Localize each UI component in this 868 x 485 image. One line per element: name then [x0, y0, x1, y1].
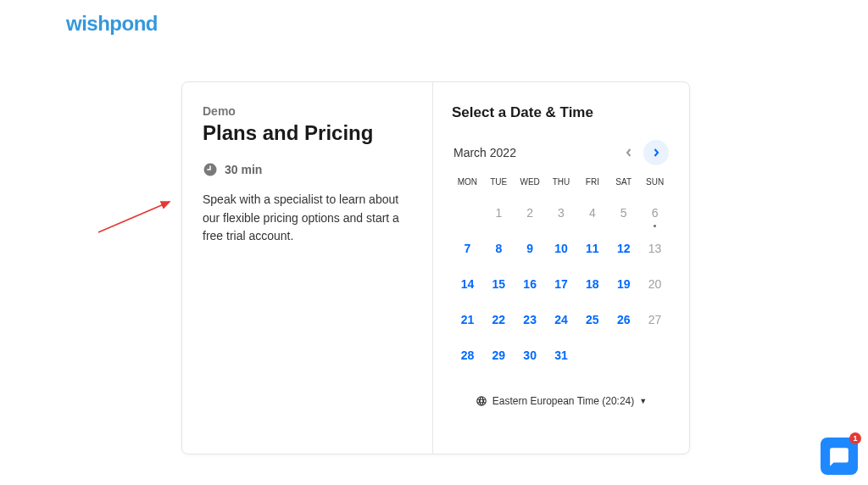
timezone-selector[interactable]: Eastern European Time (20:24) ▼ [452, 395, 670, 407]
calendar-day-unavailable: 1 [483, 197, 515, 229]
duration-row: 30 min [203, 162, 412, 177]
calendar-day-available[interactable]: 29 [483, 339, 515, 371]
calendar-day-available[interactable]: 17 [546, 268, 577, 300]
dow-header: MON [452, 177, 483, 193]
calendar-day-available[interactable]: 23 [515, 304, 546, 336]
calendar-day-available[interactable]: 10 [546, 232, 577, 265]
dow-header: TUE [483, 177, 515, 193]
calendar-day-unavailable: 13 [639, 232, 670, 265]
calendar-day-available[interactable]: 7 [452, 232, 483, 265]
dow-header: FRI [576, 177, 608, 193]
eyebrow-label: Demo [203, 104, 412, 118]
calendar-day-unavailable: 20 [639, 268, 670, 300]
calendar-day-available[interactable]: 18 [576, 268, 608, 300]
next-month-button[interactable] [643, 140, 669, 165]
brand-logo[interactable]: wishpond [66, 12, 158, 36]
calendar-day-available[interactable]: 11 [576, 232, 608, 265]
calendar-day-blank [639, 339, 670, 371]
dow-header: SAT [608, 177, 639, 193]
calendar-day-available[interactable]: 30 [515, 339, 546, 371]
dow-header: WED [515, 177, 546, 193]
calendar-day-blank [608, 339, 639, 371]
chevron-right-icon [652, 148, 660, 157]
calendar-day-available[interactable]: 8 [483, 232, 515, 265]
annotation-arrow [95, 197, 175, 236]
calendar-day-available[interactable]: 15 [483, 268, 515, 300]
calendar-day-available[interactable]: 12 [608, 232, 639, 265]
calendar-day-blank [452, 197, 483, 229]
page-title: Plans and Pricing [203, 121, 412, 145]
calendar-day-available[interactable]: 26 [608, 304, 639, 336]
calendar-day-unavailable: 6 [639, 197, 670, 229]
chevron-left-icon [625, 148, 633, 157]
calendar-day-available[interactable]: 31 [546, 339, 577, 371]
info-panel: Demo Plans and Pricing 30 min Speak with… [182, 82, 433, 454]
calendar-day-available[interactable]: 24 [546, 304, 577, 336]
scheduler-heading: Select a Date & Time [452, 104, 670, 121]
scheduler-panel: Select a Date & Time March 2022 MONTUEWE… [433, 82, 689, 454]
calendar-day-available[interactable]: 19 [608, 268, 639, 300]
description-text: Speak with a specialist to learn about o… [203, 191, 412, 246]
dow-header: THU [546, 177, 577, 193]
calendar-day-available[interactable]: 16 [515, 268, 546, 300]
calendar-day-unavailable: 2 [515, 197, 546, 229]
booking-card: Demo Plans and Pricing 30 min Speak with… [181, 81, 690, 454]
svg-line-0 [98, 202, 170, 232]
calendar-day-unavailable: 5 [608, 197, 639, 229]
calendar-day-available[interactable]: 25 [576, 304, 608, 336]
chat-icon [828, 446, 850, 468]
calendar-day-available[interactable]: 14 [452, 268, 483, 300]
calendar-grid: MONTUEWEDTHUFRISATSUN1234567891011121314… [452, 177, 670, 371]
timezone-text: Eastern European Time (20:24) [492, 395, 634, 407]
globe-icon [476, 395, 487, 407]
month-nav: March 2022 [452, 140, 670, 165]
calendar-day-unavailable: 27 [639, 304, 670, 336]
calendar-day-blank [576, 339, 608, 371]
calendar-day-unavailable: 3 [546, 197, 577, 229]
clock-icon [203, 162, 218, 177]
duration-text: 30 min [225, 163, 262, 176]
prev-month-button[interactable] [616, 140, 642, 165]
month-label: March 2022 [453, 146, 516, 159]
calendar-day-available[interactable]: 22 [483, 304, 515, 336]
calendar-day-available[interactable]: 21 [452, 304, 483, 336]
dow-header: SUN [639, 177, 670, 193]
calendar-day-available[interactable]: 28 [452, 339, 483, 371]
calendar-day-unavailable: 4 [576, 197, 608, 229]
chat-widget-button[interactable]: 1 [821, 438, 858, 475]
chat-badge: 1 [849, 432, 861, 444]
caret-down-icon: ▼ [639, 397, 647, 405]
calendar-day-available[interactable]: 9 [515, 232, 546, 265]
